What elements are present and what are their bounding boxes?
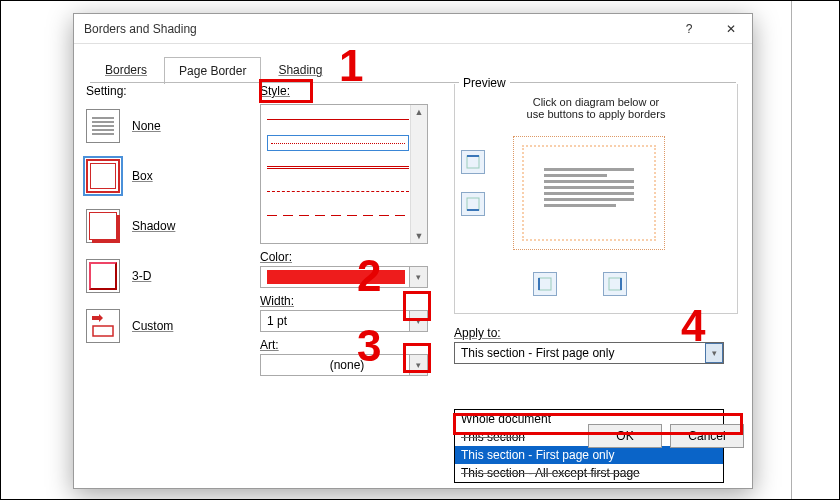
- width-label: Width:: [260, 294, 432, 308]
- setting-custom-label: Custom: [132, 319, 173, 333]
- art-combobox[interactable]: (none) ▾: [260, 354, 428, 376]
- preview-hint: Click on diagram below oruse buttons to …: [461, 96, 731, 120]
- style-listbox[interactable]: ▲ ▼: [260, 104, 428, 244]
- setting-label: Setting:: [86, 84, 246, 98]
- border-right-icon: [608, 277, 622, 291]
- setting-custom[interactable]: Custom: [86, 304, 246, 348]
- scroll-down-icon: ▼: [415, 231, 424, 241]
- tab-page-border[interactable]: Page Border: [164, 57, 261, 84]
- style-option-dashed-long[interactable]: [267, 207, 409, 223]
- style-option-solid[interactable]: [267, 111, 409, 127]
- setting-box[interactable]: Box: [86, 154, 246, 198]
- border-top-icon: [466, 155, 480, 169]
- tab-strip: Borders Page Border Shading: [82, 52, 744, 83]
- svg-rect-0: [93, 326, 113, 336]
- scroll-up-icon: ▲: [415, 107, 424, 117]
- close-button[interactable]: ✕: [710, 14, 752, 44]
- close-icon: ✕: [726, 22, 736, 36]
- apply-to-dropdown-button[interactable]: ▾: [705, 343, 723, 363]
- setting-custom-icon: [86, 309, 120, 343]
- setting-none[interactable]: None: [86, 104, 246, 148]
- apply-to-label: Apply to:: [454, 326, 738, 340]
- chevron-down-icon: ▾: [416, 272, 421, 282]
- help-button[interactable]: ?: [668, 14, 710, 44]
- style-option-double[interactable]: [267, 159, 409, 175]
- apply-to-value: This section - First page only: [461, 346, 614, 360]
- titlebar: Borders and Shading ? ✕: [74, 14, 752, 44]
- width-value: 1 pt: [267, 314, 287, 328]
- preview-right-border-button[interactable]: [603, 272, 627, 296]
- setting-3d-icon: [86, 259, 120, 293]
- preview-page[interactable]: [513, 136, 665, 250]
- art-dropdown-button[interactable]: ▾: [409, 355, 427, 375]
- preview-left-border-button[interactable]: [533, 272, 557, 296]
- svg-rect-1: [467, 156, 479, 168]
- borders-shading-dialog: Borders and Shading ? ✕ Borders Page Bor…: [73, 13, 753, 489]
- style-label: Style:: [260, 84, 432, 98]
- svg-rect-3: [467, 198, 479, 210]
- preview-top-border-button[interactable]: [461, 150, 485, 174]
- width-dropdown-button[interactable]: ▾: [409, 311, 427, 331]
- tab-shading[interactable]: Shading: [263, 56, 337, 83]
- setting-3d-label: 3-D: [132, 269, 151, 283]
- svg-rect-7: [609, 278, 621, 290]
- setting-box-icon: [86, 159, 120, 193]
- setting-shadow[interactable]: Shadow: [86, 204, 246, 248]
- style-scrollbar[interactable]: ▲ ▼: [410, 105, 427, 243]
- color-dropdown-button[interactable]: ▾: [409, 267, 427, 287]
- cancel-button[interactable]: Cancel: [670, 424, 744, 448]
- dialog-title: Borders and Shading: [84, 22, 197, 36]
- border-left-icon: [538, 277, 552, 291]
- preview-bottom-border-button[interactable]: [461, 192, 485, 216]
- apply-option-all-except-first[interactable]: This section - All except first page: [455, 464, 723, 482]
- apply-option-first-page-only[interactable]: This section - First page only: [455, 446, 723, 464]
- setting-shadow-label: Shadow: [132, 219, 175, 233]
- art-label: Art:: [260, 338, 432, 352]
- help-icon: ?: [686, 22, 693, 36]
- color-label: Color:: [260, 250, 432, 264]
- chevron-down-icon: ▾: [416, 316, 421, 326]
- setting-none-label: None: [132, 119, 161, 133]
- border-bottom-icon: [466, 197, 480, 211]
- preview-group: Preview Click on diagram below oruse but…: [454, 84, 738, 314]
- setting-none-icon: [86, 109, 120, 143]
- color-combobox[interactable]: ▾: [260, 266, 428, 288]
- color-swatch: [267, 270, 405, 284]
- preview-label: Preview: [459, 76, 510, 90]
- setting-shadow-icon: [86, 209, 120, 243]
- setting-3d[interactable]: 3-D: [86, 254, 246, 298]
- tab-borders[interactable]: Borders: [90, 56, 162, 83]
- ok-button[interactable]: OK: [588, 424, 662, 448]
- style-option-dashed-short[interactable]: [267, 183, 409, 199]
- svg-rect-5: [539, 278, 551, 290]
- setting-box-label: Box: [132, 169, 153, 183]
- style-option-dotted[interactable]: [267, 135, 409, 151]
- art-value: (none): [330, 358, 365, 372]
- width-combobox[interactable]: 1 pt ▾: [260, 310, 428, 332]
- chevron-down-icon: ▾: [416, 360, 421, 370]
- chevron-down-icon: ▾: [712, 348, 717, 358]
- apply-to-combobox[interactable]: This section - First page only ▾: [454, 342, 724, 364]
